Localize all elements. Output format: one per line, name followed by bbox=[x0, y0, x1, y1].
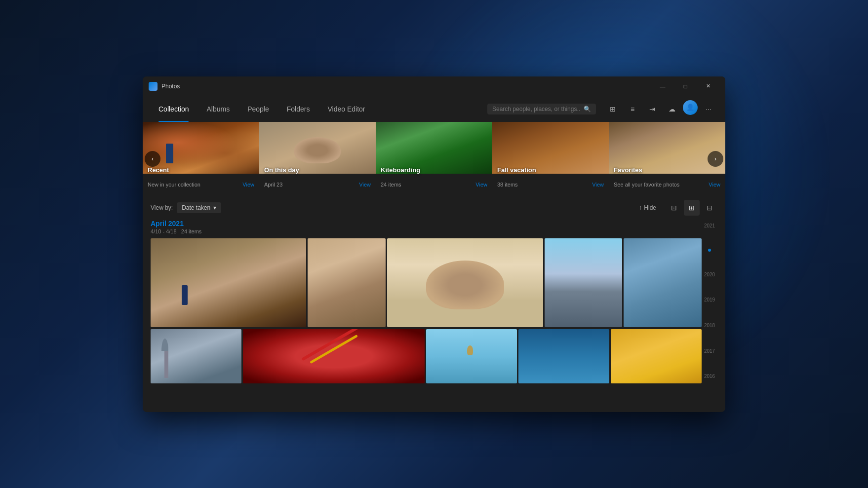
filter-icon-button[interactable]: ≡ bbox=[624, 100, 641, 118]
hero-card-kiteboarding[interactable]: Kiteboarding 24 items View bbox=[376, 122, 492, 196]
window-title: Photos bbox=[161, 83, 647, 90]
nav-actions: ⊞ ≡ ⇥ ☁ 👤 ··· bbox=[604, 100, 717, 118]
search-icon: 🔍 bbox=[584, 106, 591, 113]
tab-folders[interactable]: Folders bbox=[279, 96, 318, 122]
hero-card-info-kiteboarding: 24 items View bbox=[376, 174, 492, 196]
photo-9[interactable] bbox=[518, 329, 609, 383]
photo-3[interactable] bbox=[387, 238, 543, 327]
timeline-dot bbox=[708, 249, 711, 252]
photo-7[interactable] bbox=[243, 329, 425, 383]
window-controls: — □ ✕ bbox=[651, 78, 719, 94]
layout-large-button[interactable]: ⊡ bbox=[666, 200, 682, 216]
hero-next-button[interactable]: › bbox=[708, 151, 723, 167]
gallery-wrapper: April 2021 4/10 - 4/18 24 items bbox=[151, 220, 717, 383]
share-icon-button[interactable]: ⇥ bbox=[643, 100, 661, 118]
view-by-label: View by: bbox=[151, 204, 173, 211]
title-bar: Photos — □ ✕ bbox=[143, 76, 725, 96]
search-box[interactable]: 🔍 bbox=[487, 104, 596, 114]
hero-view-fallvacation[interactable]: View bbox=[592, 182, 604, 188]
hero-view-favorites[interactable]: View bbox=[709, 182, 720, 188]
hero-card-info-fallvacation: 38 items View bbox=[492, 174, 609, 196]
timeline-year-2021[interactable]: 2021 bbox=[704, 224, 715, 228]
hero-view-recent[interactable]: View bbox=[242, 182, 254, 188]
timeline-year-2018[interactable]: 2018 bbox=[704, 323, 715, 328]
search-input[interactable] bbox=[492, 106, 580, 113]
up-arrow-icon: ↑ bbox=[639, 204, 642, 211]
photo-row-2 bbox=[151, 329, 702, 383]
photos-window: Photos — □ ✕ Collection Albums People Fo… bbox=[143, 76, 725, 412]
photo-1[interactable] bbox=[151, 238, 306, 327]
avatar[interactable]: 👤 bbox=[683, 100, 698, 115]
section-header: April 2021 4/10 - 4/18 24 items bbox=[151, 220, 702, 234]
tab-albums[interactable]: Albums bbox=[198, 96, 237, 122]
timeline-year-2020[interactable]: 2020 bbox=[704, 272, 715, 277]
tab-collection[interactable]: Collection bbox=[151, 96, 197, 122]
nav-bar: Collection Albums People Folders Video E… bbox=[143, 96, 725, 122]
hero-card-onthisday[interactable]: On this day April 23 View bbox=[259, 122, 376, 196]
timeline-bar: 2021 2020 2019 2018 2017 2016 bbox=[702, 220, 717, 383]
minimize-button[interactable]: — bbox=[651, 78, 674, 94]
photo-2[interactable] bbox=[308, 238, 386, 327]
chevron-down-icon: ▾ bbox=[213, 204, 216, 211]
section-subtitle: 4/10 - 4/18 24 items bbox=[151, 228, 702, 234]
view-icon-button[interactable]: ⊞ bbox=[604, 100, 622, 118]
hero-cards: Recent New in your collection View On th… bbox=[143, 122, 725, 196]
cloud-icon-button[interactable]: ☁ bbox=[663, 100, 681, 118]
tab-video-editor[interactable]: Video Editor bbox=[319, 96, 373, 122]
timeline-year-2019[interactable]: 2019 bbox=[704, 298, 715, 302]
photo-8[interactable] bbox=[426, 329, 517, 383]
tab-people[interactable]: People bbox=[239, 96, 277, 122]
hero-prev-button[interactable]: ‹ bbox=[145, 151, 160, 167]
timeline-year-2017[interactable]: 2017 bbox=[704, 349, 715, 354]
more-options-button[interactable]: ··· bbox=[700, 100, 717, 118]
gallery-section[interactable]: April 2021 4/10 - 4/18 24 items bbox=[143, 220, 725, 412]
toolbar-row: View by: Date taken ▾ ↑ Hide ⊡ ⊞ ⊟ bbox=[143, 196, 725, 220]
gallery-content: April 2021 4/10 - 4/18 24 items bbox=[151, 220, 717, 383]
hero-card-info-favorites: See all your favorite photos View bbox=[609, 174, 725, 196]
maximize-button[interactable]: □ bbox=[674, 78, 697, 94]
view-by-select[interactable]: Date taken ▾ bbox=[177, 202, 221, 213]
close-button[interactable]: ✕ bbox=[697, 78, 719, 94]
hero-strip: ‹ Recent New in your collection View On … bbox=[143, 122, 725, 196]
hero-view-onthisday[interactable]: View bbox=[359, 182, 371, 188]
layout-buttons: ⊡ ⊞ ⊟ bbox=[666, 200, 717, 216]
photo-4[interactable] bbox=[545, 238, 623, 327]
hero-card-info-onthisday: April 23 View bbox=[259, 174, 376, 196]
hero-card-info-recent: New in your collection View bbox=[143, 174, 259, 196]
photo-10[interactable] bbox=[611, 329, 702, 383]
section-title: April 2021 bbox=[151, 220, 702, 227]
photo-5[interactable] bbox=[624, 238, 702, 327]
hero-card-fallvacation[interactable]: Fall vacation 38 items View bbox=[492, 122, 609, 196]
layout-medium-button[interactable]: ⊞ bbox=[684, 200, 700, 216]
hero-view-kiteboarding[interactable]: View bbox=[475, 182, 487, 188]
app-icon bbox=[149, 82, 158, 91]
hide-button[interactable]: ↑ Hide bbox=[639, 204, 656, 211]
layout-small-button[interactable]: ⊟ bbox=[702, 200, 717, 216]
timeline-year-2016[interactable]: 2016 bbox=[704, 374, 715, 379]
photo-row-1 bbox=[151, 238, 702, 327]
photo-6[interactable] bbox=[151, 329, 241, 383]
